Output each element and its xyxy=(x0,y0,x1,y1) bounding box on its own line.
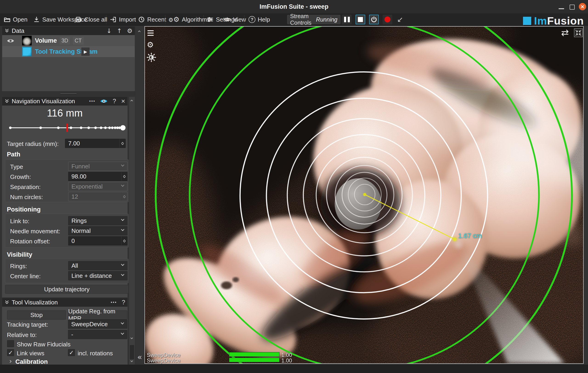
separation-dropdown: Exponential xyxy=(68,182,127,191)
help-button[interactable]: ? Help xyxy=(249,13,270,25)
needle-movement-dropdown[interactable]: Normal xyxy=(68,226,127,235)
tracking-target-label: Tracking target: xyxy=(7,321,48,328)
move-down-icon[interactable]: ↓ xyxy=(106,28,112,34)
visibility-eye-icon[interactable] xyxy=(7,38,14,44)
rotation-offset-label: Rotation offset: xyxy=(10,238,50,245)
chevron-down-icon xyxy=(121,263,124,266)
scrollbar-handle[interactable] xyxy=(130,345,134,359)
collapse-panel-icon[interactable]: « xyxy=(136,353,144,361)
play-icon[interactable]: ▶ xyxy=(81,48,90,56)
update-trajectory-button[interactable]: Update trajectory xyxy=(5,285,129,294)
nav-panel-header[interactable]: Navigation Visualization ··· ? × xyxy=(2,97,127,106)
chevron-down-icon xyxy=(121,332,124,335)
3d-scene[interactable] xyxy=(145,27,583,363)
brightness-contrast-icon[interactable] xyxy=(146,52,157,62)
fullscreen-toggle-icon[interactable] xyxy=(574,29,583,37)
minimize-icon[interactable] xyxy=(559,8,564,9)
tracking-target-value: SweepDevice xyxy=(71,321,108,328)
type-dropdown: Funnel xyxy=(68,162,127,171)
swap-views-icon[interactable]: ⇄ xyxy=(561,28,569,37)
spin-buttons[interactable] xyxy=(121,236,127,245)
incl-rotations-checkbox[interactable]: ✓ xyxy=(68,349,75,356)
panel-help-icon[interactable]: ? xyxy=(113,98,116,105)
gear-icon[interactable]: ⚙ xyxy=(127,28,133,34)
panel-help-icon[interactable]: ? xyxy=(122,299,125,306)
open-button[interactable]: Open xyxy=(4,13,28,25)
spin-buttons[interactable] xyxy=(121,172,127,181)
close-icon[interactable]: × xyxy=(579,3,586,10)
viewport-gear-icon[interactable]: ⚙ xyxy=(147,41,154,49)
menu-ellipsis-icon[interactable]: ··· xyxy=(89,97,95,105)
positioning-group: Link to: Rings Needle movement: Normal R… xyxy=(5,214,129,248)
tracking-device-name: SweepDevice xyxy=(147,357,180,364)
tracking-status-row: SweepDevice 1.00 xyxy=(147,352,298,357)
volume-label: Volume xyxy=(35,37,57,44)
window-title: ImFusion Suite - sweep xyxy=(0,3,588,10)
link-views-checkbox[interactable]: ✓ xyxy=(7,349,14,356)
slider-position-marker[interactable] xyxy=(66,124,68,132)
arrow-down-left-icon: ↙ xyxy=(397,16,403,23)
pause-stream-button[interactable] xyxy=(342,15,352,24)
data-panel-header[interactable]: Data ↓ ↑ ⚙ xyxy=(2,26,135,35)
link-to-dropdown[interactable]: Rings xyxy=(68,216,127,225)
algorithms-button[interactable]: ⚙⚙ Algorithms xyxy=(168,13,210,25)
chevron-right-icon[interactable] xyxy=(9,360,11,363)
trajectory-slider[interactable] xyxy=(2,122,128,133)
scroll-up-icon[interactable] xyxy=(130,100,133,102)
rotation-offset-spinbox[interactable]: 0 xyxy=(68,236,127,245)
update-reg-button[interactable]: Update Reg. from MPR xyxy=(68,310,127,320)
dataset-row-volume[interactable]: Volume 3D CT xyxy=(2,35,135,46)
spin-buttons xyxy=(121,192,127,201)
show-raw-fiducials-checkbox[interactable] xyxy=(7,340,14,347)
imfusion-logo: ImFusion xyxy=(523,14,584,27)
rings-dropdown[interactable]: All xyxy=(68,261,127,270)
import-button[interactable]: Import xyxy=(110,13,136,25)
tracking-target-dropdown[interactable]: SweepDevice xyxy=(68,320,127,329)
relative-to-dropdown[interactable]: - xyxy=(68,330,127,339)
show-raw-fiducials-label: Show Raw Fiducials xyxy=(17,341,71,348)
panel-close-icon[interactable]: × xyxy=(121,97,125,105)
panel-splitter[interactable] xyxy=(2,91,135,97)
tracking-quality-bar xyxy=(229,352,280,357)
tool-panel-header[interactable]: Tool Visualization ··· ? xyxy=(2,298,127,307)
center-line-dropdown[interactable]: Line + distance xyxy=(68,271,127,280)
badge-ct: CT xyxy=(73,37,84,44)
stop-stream-button[interactable] xyxy=(356,15,365,24)
move-up-icon[interactable]: ↑ xyxy=(117,28,122,34)
link-to-value: Rings xyxy=(72,217,87,224)
chevron-down-icon xyxy=(121,163,124,167)
dataset-row-tracking-stream[interactable]: Tool Tracking Stream ▶ xyxy=(2,46,135,57)
chevron-down-icon xyxy=(121,273,124,276)
3d-viewport[interactable]: ⚙ ⇄ 1.67 cm SweepDevice 1.00 SweepDevice… xyxy=(145,26,584,364)
chevron-double-down-icon xyxy=(4,300,10,305)
record-button[interactable] xyxy=(383,15,392,24)
type-label: Type xyxy=(10,163,23,171)
target-radius-spinbox[interactable]: 7.00 xyxy=(65,139,126,148)
spin-buttons[interactable] xyxy=(119,139,126,148)
view-button[interactable]: View xyxy=(224,13,246,25)
growth-spinbox[interactable]: 98.00 xyxy=(68,172,127,181)
recent-button[interactable]: Recent xyxy=(138,13,166,25)
scroll-down-icon[interactable] xyxy=(130,336,133,339)
collapse-up-icon[interactable] xyxy=(138,30,141,33)
close-all-icon xyxy=(75,16,82,23)
logo-fusion: Fusion xyxy=(547,15,584,27)
power-button[interactable] xyxy=(369,15,379,24)
stop-icon xyxy=(358,17,363,22)
growth-value: 98.00 xyxy=(72,173,86,180)
panel-collapse-strip: « xyxy=(136,26,144,365)
viewport-menu-icon[interactable] xyxy=(147,30,154,37)
growth-label: Growth: xyxy=(10,173,31,181)
panel-visibility-eye-icon[interactable] xyxy=(100,98,107,104)
data-panel-title: Data xyxy=(12,27,24,34)
target-radius-value: 7.00 xyxy=(68,140,80,147)
close-all-button[interactable]: Close all xyxy=(75,13,107,25)
panel-scrollbar[interactable] xyxy=(129,97,135,365)
calibration-heading[interactable]: Calibration xyxy=(15,358,48,365)
menu-ellipsis-icon[interactable]: ··· xyxy=(110,298,117,306)
stop-tracking-button[interactable]: Stop xyxy=(7,310,66,320)
dock-view-button[interactable]: ↙ xyxy=(395,15,405,24)
num-circles-label: Num circles: xyxy=(10,194,43,201)
scroll-down-icon[interactable] xyxy=(130,360,133,362)
maximize-icon[interactable] xyxy=(570,5,575,10)
